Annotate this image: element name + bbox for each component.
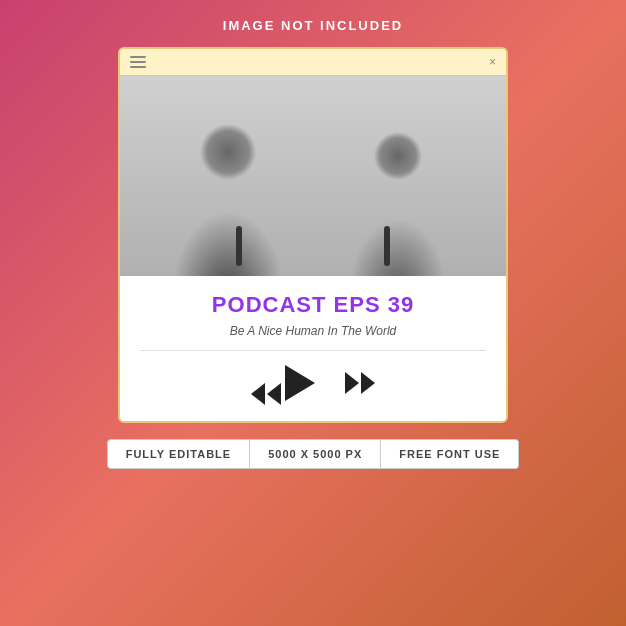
player-controls [140,365,486,401]
tag-dimensions: 5000 x 5000 px [250,439,381,469]
close-icon[interactable]: × [489,55,496,69]
menu-line-1 [130,56,146,58]
image-not-included-label: IMAGE NOT INCLUDED [223,18,403,33]
menu-icon[interactable] [130,56,146,68]
browser-bar: × [120,49,506,76]
divider [140,350,486,351]
play-icon [285,365,315,401]
photo-simulation [120,76,506,276]
mic-left [236,226,242,266]
menu-line-2 [130,61,146,63]
play-button[interactable] [281,365,315,401]
podcast-title: PODCAST EPS 39 [140,292,486,318]
forward-button[interactable] [345,372,375,394]
card-wrapper: × PODCAST EPS 39 Be A Nice Human In The … [118,47,508,423]
footer-tags: FULLY EDITABLE 5000 x 5000 px FREE FONT … [0,439,626,469]
menu-line-3 [130,66,146,68]
forward-icon [345,372,375,394]
podcast-image [120,76,506,276]
mic-right [384,226,390,266]
browser-card: × PODCAST EPS 39 Be A Nice Human In The … [118,47,508,423]
tag-free-font: FREE FONT USE [381,439,519,469]
player-content: PODCAST EPS 39 Be A Nice Human In The Wo… [120,276,506,421]
tag-fully-editable: FULLY EDITABLE [107,439,250,469]
podcast-subtitle: Be A Nice Human In The World [140,324,486,338]
